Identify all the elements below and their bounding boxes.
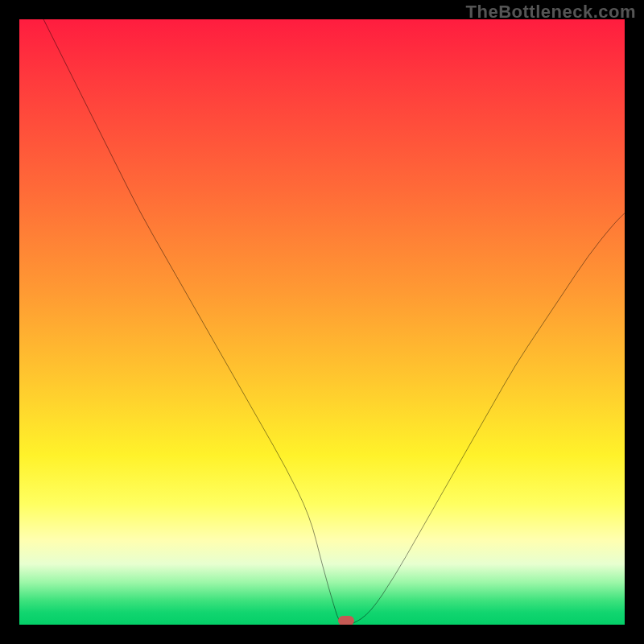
- optimal-marker: [338, 616, 354, 625]
- attribution-label: TheBottleneck.com: [466, 2, 636, 23]
- bottleneck-curve: [19, 19, 625, 625]
- chart-frame: TheBottleneck.com: [0, 0, 644, 644]
- plot-area: [19, 19, 625, 625]
